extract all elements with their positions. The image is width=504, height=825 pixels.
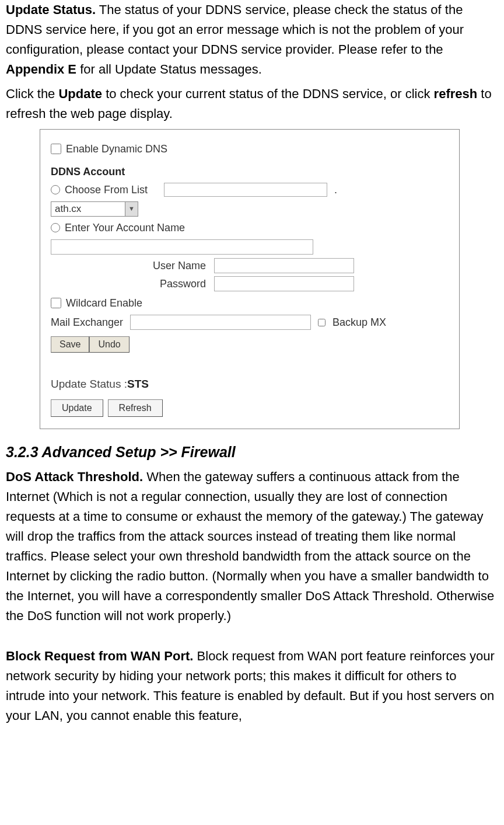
backup-mx-checkbox[interactable] [318,319,326,326]
backup-mx-label: Backup MX [332,315,386,330]
block-wan-label: Block Request from WAN Port. [6,649,193,663]
update-button[interactable]: Update [51,399,103,417]
dos-threshold-text: When the gateway suffers a continuous at… [6,469,494,624]
choose-from-list-label: Choose From List [65,182,148,198]
username-label: User Name [51,258,214,274]
intro-text-2b: to check your current status of the DDNS… [102,86,434,101]
enable-ddns-label: Enable Dynamic DNS [66,141,167,157]
enter-account-radio[interactable] [51,223,60,232]
intro-paragraph-1: Update Status. The status of your DDNS s… [6,0,498,79]
update-status-row: Update Status :STS [51,376,449,393]
mail-exchanger-label: Mail Exchanger [51,315,123,330]
domain-dropdown[interactable]: ath.cx ▼ [51,201,138,217]
intro-paragraph-2: Click the Update to check your current s… [6,84,498,124]
firewall-section-heading: 3.2.3 Advanced Setup >> Firewall [6,441,498,464]
paragraph-spacer [6,631,498,646]
intro-text-2a: Click the [6,86,58,101]
password-input[interactable] [214,276,354,291]
chevron-down-icon: ▼ [125,202,138,216]
choose-from-list-radio[interactable] [51,185,60,194]
username-input[interactable] [214,258,354,273]
intro-text-1b: for all Update Status messages. [76,62,262,76]
block-wan-paragraph: Block Request from WAN Port. Block reque… [6,646,498,726]
ddns-settings-panel: Enable Dynamic DNS DDNS Account Choose F… [40,129,460,430]
password-label: Password [51,276,214,292]
choose-from-list-input[interactable] [164,183,327,197]
dot-separator: . [334,182,337,198]
update-status-prefix: Update Status : [51,378,127,390]
wildcard-label: Wildcard Enable [66,295,142,311]
update-status-value: STS [127,378,149,390]
account-name-input[interactable] [51,239,313,255]
enable-ddns-checkbox[interactable] [51,144,61,154]
update-word: Update [58,86,102,101]
dos-paragraph: DoS Attack Threshold. When the gateway s… [6,467,498,626]
refresh-word: refresh [434,86,478,101]
enter-account-label: Enter Your Account Name [65,220,185,236]
ddns-account-heading: DDNS Account [51,164,449,180]
refresh-button[interactable]: Refresh [108,399,163,417]
appendix-e-label: Appendix E [6,62,76,76]
domain-dropdown-value: ath.cx [51,201,125,217]
undo-button[interactable]: Undo [89,336,129,353]
dos-threshold-label: DoS Attack Threshold. [6,469,143,484]
mail-exchanger-input[interactable] [130,315,311,330]
wildcard-checkbox[interactable] [51,298,61,308]
update-status-label: Update Status. [6,2,96,17]
save-button[interactable]: Save [51,336,89,353]
